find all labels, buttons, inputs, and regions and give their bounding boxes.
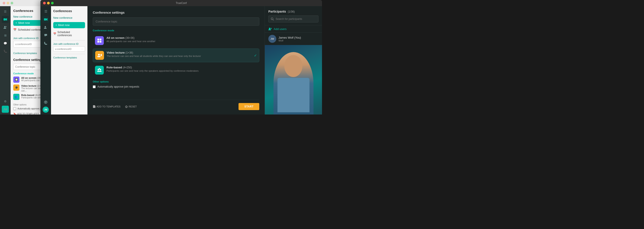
green-light[interactable] xyxy=(51,2,54,4)
svg-marker-14 xyxy=(100,54,102,56)
svg-marker-5 xyxy=(46,18,48,21)
mode-all-icon xyxy=(95,36,104,45)
behind-video-icon[interactable] xyxy=(2,16,9,23)
nav-new-conference[interactable]: New conference xyxy=(53,15,85,20)
settings-footer: ADD TO TEMPLATES RESET START xyxy=(93,100,259,110)
participants-count: (1/36) xyxy=(288,10,294,13)
nav-meet-now-label: Meet now xyxy=(58,24,70,27)
svg-rect-13 xyxy=(98,56,100,57)
behind-settings-icon[interactable]: ⚙ xyxy=(2,98,9,105)
nav-panel: Conferences New conference + Meet now 📅 … xyxy=(51,6,88,114)
behind-red-light xyxy=(3,2,5,4)
main-titlebar: TrueConf xyxy=(40,0,322,6)
add-users-label: Add users xyxy=(274,27,287,31)
svg-point-2 xyxy=(4,26,6,27)
svg-point-20 xyxy=(269,28,270,29)
mode-video-lecture[interactable]: Video lecture (1×36) The lecturer can se… xyxy=(93,48,259,62)
sidebar-users-icon[interactable] xyxy=(42,24,49,31)
mode-role-based[interactable]: Role-based (4×250) Participants can see … xyxy=(93,63,259,77)
svg-point-12 xyxy=(98,54,100,56)
svg-point-17 xyxy=(99,68,100,69)
other-options-label: Other options xyxy=(93,80,259,83)
participant-name: James Wolf (You) xyxy=(278,36,301,39)
topic-input[interactable] xyxy=(93,17,259,25)
nav-scheduled-label: Scheduled conferences xyxy=(58,31,85,37)
svg-marker-1 xyxy=(6,18,7,21)
settings-panel: Conference settings Conference mode xyxy=(88,6,264,114)
nav-templates[interactable]: Conference templates xyxy=(53,56,85,59)
add-users-icon xyxy=(268,27,272,31)
behind-menu-icon[interactable]: ☰ xyxy=(2,8,9,15)
nav-meet-now[interactable]: + Meet now xyxy=(53,22,85,28)
nav-join-wrap: → xyxy=(53,46,85,52)
svg-point-6 xyxy=(44,26,46,27)
approve-checkbox[interactable] xyxy=(93,85,96,88)
search-icon xyxy=(271,17,274,20)
behind-chat-icon[interactable]: 💬 xyxy=(2,40,9,47)
nav-sep xyxy=(53,40,85,40)
behind-phone-icon[interactable]: 📞 xyxy=(2,48,9,55)
main-window: TrueConf ☰ xyxy=(40,0,322,114)
behind-green-light xyxy=(10,2,13,4)
yellow-light[interactable] xyxy=(47,2,50,4)
sidebar-video-icon[interactable] xyxy=(42,16,49,23)
settings-title: Conference settings xyxy=(93,10,259,14)
checkbox-row: Automatically approve join requests xyxy=(93,85,259,88)
svg-rect-0 xyxy=(4,18,6,20)
behind-icon-sidebar: ☰ ⊞ 💬 📞 ⚙ JW xyxy=(0,6,10,114)
svg-rect-11 xyxy=(100,41,101,43)
behind-yellow-light xyxy=(7,2,9,4)
participants-header: Participants (1/36) xyxy=(265,6,322,25)
behind-user-avatar[interactable]: JW xyxy=(2,106,9,113)
behind-users-icon[interactable] xyxy=(2,24,9,31)
red-light[interactable] xyxy=(43,2,46,4)
add-users-btn[interactable]: Add users xyxy=(265,25,322,33)
sidebar-menu-icon[interactable]: ☰ xyxy=(42,8,49,15)
sidebar-phone-icon[interactable] xyxy=(42,40,49,47)
nav-join-input[interactable] xyxy=(55,48,81,50)
svg-rect-4 xyxy=(44,18,46,20)
svg-rect-9 xyxy=(100,39,101,40)
participants-title: Participants (1/36) xyxy=(268,10,318,13)
behind-add-templates-btn[interactable]: 🔖ADD TO TEMPLATES xyxy=(13,113,39,114)
nav-join-label: Join with conference ID xyxy=(53,43,85,45)
nav-scheduled[interactable]: 📅 Scheduled conferences xyxy=(53,29,85,38)
mode-role-icon xyxy=(95,66,104,75)
sidebar-settings-icon[interactable] xyxy=(42,99,49,106)
participant-row: JW James Wolf (You) Wolf xyxy=(265,33,322,45)
conference-mode-label: Conference mode xyxy=(93,29,259,32)
mode-lecture-icon xyxy=(95,51,104,60)
svg-point-7 xyxy=(45,102,46,103)
nav-title: Conferences xyxy=(53,9,85,13)
participant-info: James Wolf (You) Wolf xyxy=(278,36,301,42)
sidebar-user-avatar[interactable]: JW xyxy=(42,107,49,113)
svg-line-19 xyxy=(273,20,274,20)
behind-approve-checkbox[interactable] xyxy=(13,107,16,110)
participant-avatar: JW xyxy=(268,35,276,43)
mode-all-on-screen[interactable]: All on screen (36×36) All participants c… xyxy=(93,34,259,47)
sidebar-chat-icon[interactable] xyxy=(42,32,49,39)
reset-btn[interactable]: RESET xyxy=(125,105,137,108)
participants-panel: Participants (1/36) xyxy=(264,6,322,114)
main-icon-sidebar: ☰ xyxy=(40,6,51,114)
video-preview xyxy=(265,45,322,114)
svg-point-3 xyxy=(6,26,7,27)
svg-rect-8 xyxy=(98,39,99,40)
search-participants-input[interactable] xyxy=(276,17,316,20)
svg-point-15 xyxy=(98,69,99,70)
search-participants-wrap xyxy=(268,15,318,22)
behind-grid-icon[interactable]: ⊞ xyxy=(2,32,9,39)
svg-rect-10 xyxy=(98,41,99,43)
participant-subtitle: Wolf xyxy=(278,39,301,42)
checkbox-label: Automatically approve join requests xyxy=(98,85,139,88)
add-templates-btn[interactable]: ADD TO TEMPLATES xyxy=(93,105,120,108)
svg-point-16 xyxy=(100,69,101,70)
start-btn[interactable]: START xyxy=(238,103,259,110)
selected-checkmark: ✓ xyxy=(254,53,257,58)
window-title: TrueConf xyxy=(176,1,187,5)
